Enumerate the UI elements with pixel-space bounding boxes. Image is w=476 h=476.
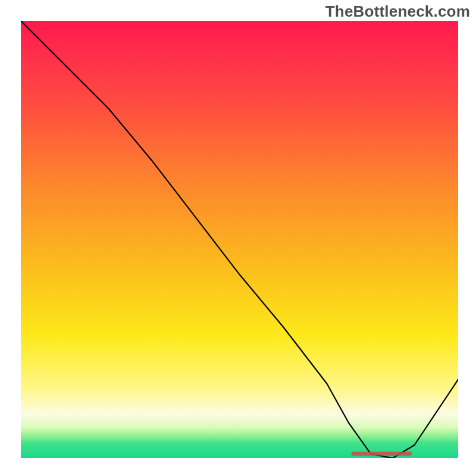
- chart-stage: TheBottleneck.com: [0, 0, 476, 476]
- watermark-text: TheBottleneck.com: [325, 2, 470, 21]
- bottleneck-curve: [21, 21, 458, 458]
- chart-svg: [21, 21, 458, 458]
- chart-plot-area: [21, 21, 458, 458]
